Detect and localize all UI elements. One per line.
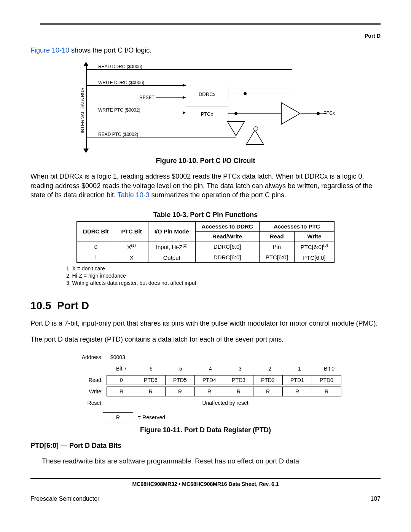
cell: PTC[6:0] [259,252,294,263]
wire [228,94,292,94]
arrow-right-icon [183,111,186,114]
bit-label: 4 [196,364,225,373]
bus-label: INTERNAL DATA BUS [80,88,85,133]
footer-company: Freescale Semiconductor [30,495,99,502]
para2-post: summarizes the operation of the port C p… [150,191,286,199]
ptd-bits-description: These read/write bits are software progr… [42,457,381,466]
bit-label: Bit 7 [107,364,136,373]
port-d-para2: The port D data register (PTD) contains … [30,335,381,344]
figure-ref-link[interactable]: Figure 10-10 [30,46,69,54]
read-ddrc-label: READ DDRC ($0006) [98,64,142,69]
cell: PTC[6:0](3) [294,241,334,252]
footer-doc-title: MC68HC908MR32 • MC68HC908MR16 Data Sheet… [30,481,381,487]
cell: DDRC[6:0] [195,252,259,263]
junction-dot-icon [244,92,247,95]
cell: 0 [77,241,115,252]
th-ddrc-bit: DDRC Bit [77,222,115,241]
wire [87,85,186,86]
table-10-3-caption: Table 10-3. Port C Pin Functions [30,211,381,219]
arrow-up-icon [83,62,89,66]
wire [255,129,255,130]
read-cell: PTD6 [136,375,166,385]
write-cell: R [165,387,195,396]
cell: Pin [259,241,294,252]
intro-text: shows the port C I/O logic. [69,46,151,54]
cell: X [115,252,148,263]
th-read: Read [259,232,294,241]
wire [245,69,245,94]
wire [292,94,292,103]
ptcx-pin-label: PTCx [323,110,335,116]
footnote-1: 1. X = don't care [66,265,381,272]
wire [318,113,318,145]
header-rule [40,23,381,25]
bit-label: Bit 0 [314,364,344,373]
bit-label: 1 [285,364,314,373]
running-header: Port D [30,33,381,39]
read-cell: PTD5 [165,375,195,385]
cell: X(1) [115,241,148,252]
port-c-io-circuit-diagram: INTERNAL DATA BUS READ DDRC ($0006) WRIT… [76,62,335,153]
th-ptc-bit: PTC Bit [115,222,148,241]
th-accesses-ddrc: Accesses to DDRC [195,222,259,232]
table-row: 1 X Output DDRC[6:0] PTC[6:0] PTC[6:0] [77,252,335,263]
port-c-pin-functions-table: DDRC Bit PTC Bit I/O Pin Mode Accesses t… [76,221,335,263]
buffer-up-icon [246,129,264,145]
section-title: Port D [57,300,89,312]
wire [156,97,186,98]
wire [87,137,236,137]
write-cell: R [194,387,224,396]
reset-value: Unaffected by reset [107,398,344,407]
read-cell: PTD0 [312,375,341,385]
cell: 1 [77,252,115,263]
cell: PTC[6:0] [294,252,334,263]
read-cell: PTD3 [224,375,253,385]
ptd-register-diagram: Address: $0003 Bit 7 6 5 4 3 2 1 Bit 0 R… [65,351,346,422]
th-accesses-ptc: Accesses to PTC [259,222,334,232]
write-cell: R [107,387,136,396]
junction-dot-icon [317,112,320,115]
bit-label: 5 [166,364,196,373]
mux-icon [227,121,245,136]
cell: Input, Hi-Z(2) [148,241,195,252]
address-label: Address: [65,354,107,360]
bit-label: 3 [225,364,255,373]
footer: MC68HC908MR32 • MC68HC908MR16 Data Sheet… [30,478,381,502]
cell: DDRC[6:0] [195,241,259,252]
reset-label: RESET [139,95,155,100]
section-number: 10.5 [30,300,51,312]
junction-dot-icon [234,112,237,115]
arrow-right-icon [183,84,186,87]
write-cell: R [253,387,283,396]
port-d-para1: Port D is a 7-bit, input-only port that … [30,319,381,328]
datasheet-page: Port D Figure 10-10 shows the port C I/O… [0,0,411,532]
table-row: 0 X(1) Input, Hi-Z(2) DDRC[6:0] Pin PTC[… [77,241,335,252]
write-cell: R [282,387,312,396]
intro-paragraph: Figure 10-10 shows the port C I/O logic. [30,46,381,55]
table-ref-link[interactable]: Table 10-3 [118,191,150,199]
write-cell: R [224,387,253,396]
wire [87,69,292,70]
wire [255,145,318,145]
reset-row-label: Reset: [65,400,107,406]
ddrcx-register-box: DDRCx [186,87,228,101]
bit-label: 2 [255,364,285,373]
footer-page-number: 107 [370,495,381,502]
write-ddrc-label: WRITE DDRC ($0006) [98,80,144,85]
cell: Output [148,252,195,263]
port-c-explanation: When bit DDRCx is a logic 1, reading add… [30,172,381,200]
write-cell: R [136,387,166,396]
tristate-buffer-icon [281,102,301,125]
read-cell: 0 [107,375,136,385]
legend-key-cell: R [103,412,133,422]
read-ptc-label: READ PTC ($0002) [98,132,138,137]
ptd-bits-heading: PTD[6:0] — Port D Data Bits [30,442,381,450]
arrow-down-icon [83,149,89,153]
section-heading: 10.5 Port D [30,300,381,312]
read-row-label: Read: [65,377,107,383]
figure-10-10-caption: Figure 10-10. Port C I/O Circuit [30,157,381,165]
address-value: $0003 [107,354,140,360]
read-cell: PTD1 [282,375,312,385]
ptcx-register-box: PTCx [186,107,228,121]
th-read-write: Read/Write [195,232,259,241]
